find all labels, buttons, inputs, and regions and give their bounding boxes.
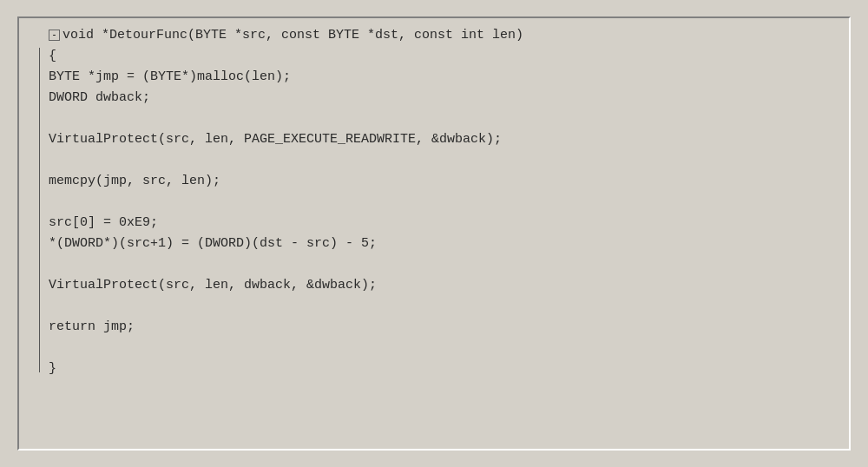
code-line-1: -void *DetourFunc(BYTE *src, const BYTE … <box>49 25 838 46</box>
code-text-4: DWORD dwback; <box>49 88 838 109</box>
code-line-7 <box>49 150 838 171</box>
code-text-5 <box>49 109 838 129</box>
code-text-17: } <box>49 358 838 379</box>
code-line-3: BYTE *jmp = (BYTE*)malloc(len); <box>49 67 838 88</box>
code-area: -void *DetourFunc(BYTE *src, const BYTE … <box>30 25 838 379</box>
code-line-8: memcpy(jmp, src, len); <box>49 171 838 192</box>
code-text-15: return jmp; <box>49 317 838 338</box>
code-text-14 <box>49 296 838 317</box>
code-line-6: VirtualProtect(src, len, PAGE_EXECUTE_RE… <box>49 129 838 150</box>
code-text-12 <box>49 254 838 275</box>
code-text-8: memcpy(jmp, src, len); <box>49 171 838 192</box>
code-line-15: return jmp; <box>49 317 838 338</box>
code-text-16 <box>49 338 838 358</box>
code-text-3: BYTE *jmp = (BYTE*)malloc(len); <box>49 67 838 88</box>
code-line-14 <box>49 296 838 317</box>
code-text-2: { <box>49 46 838 67</box>
code-line-10: src[0] = 0xE9; <box>49 213 838 234</box>
fold-button[interactable]: - <box>49 30 60 41</box>
code-line-4: DWORD dwback; <box>49 88 838 109</box>
sidebar <box>30 25 49 379</box>
code-line-9 <box>49 192 838 213</box>
code-line-13: VirtualProtect(src, len, dwback, &dwback… <box>49 275 838 296</box>
code-line-12 <box>49 254 838 275</box>
code-text-6: VirtualProtect(src, len, PAGE_EXECUTE_RE… <box>49 129 838 150</box>
code-text-9 <box>49 192 838 213</box>
code-line-5 <box>49 109 838 129</box>
code-text-1: void *DetourFunc(BYTE *src, const BYTE *… <box>62 25 523 46</box>
code-line-17: } <box>49 358 838 379</box>
code-editor: -void *DetourFunc(BYTE *src, const BYTE … <box>17 16 851 451</box>
code-text-10: src[0] = 0xE9; <box>49 213 838 234</box>
code-text-13: VirtualProtect(src, len, dwback, &dwback… <box>49 275 838 296</box>
main-code: -void *DetourFunc(BYTE *src, const BYTE … <box>49 25 838 379</box>
vertical-line <box>39 48 40 372</box>
code-text-7 <box>49 150 838 171</box>
code-text-11: *(DWORD*)(src+1) = (DWORD)(dst - src) - … <box>49 234 838 254</box>
code-line-16 <box>49 338 838 358</box>
code-line-2: { <box>49 46 838 67</box>
code-line-11: *(DWORD*)(src+1) = (DWORD)(dst - src) - … <box>49 234 838 254</box>
